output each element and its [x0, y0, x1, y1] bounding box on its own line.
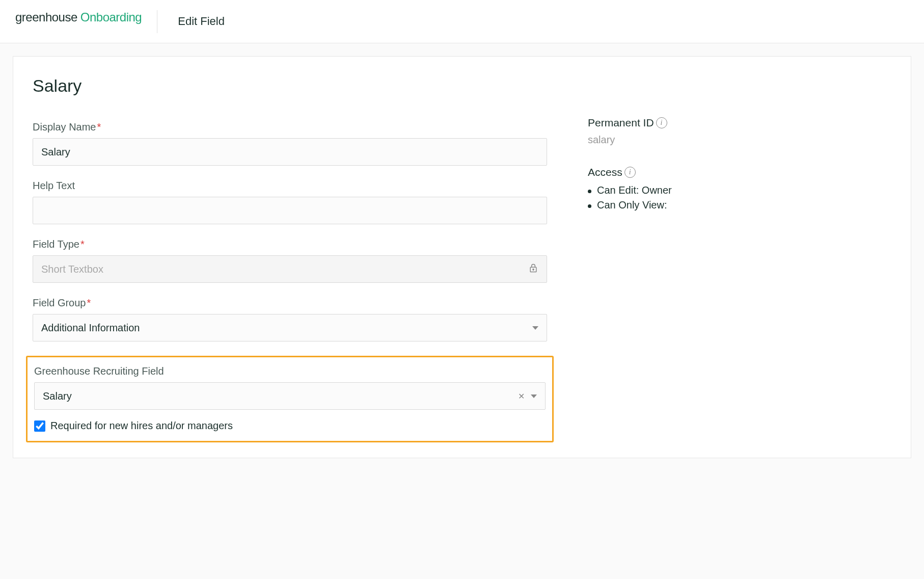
- access-heading: Access i: [588, 166, 720, 178]
- main-column: Salary Display Name* Help Text Field Typ…: [33, 76, 547, 442]
- recruiting-field-value: Salary: [43, 390, 72, 402]
- field-group-select[interactable]: Additional Information: [33, 314, 547, 341]
- required-indicator: *: [80, 239, 85, 250]
- field-group-group: Field Group* Additional Information: [33, 297, 547, 341]
- required-checkbox[interactable]: [34, 420, 45, 432]
- info-icon[interactable]: i: [624, 167, 636, 178]
- field-type-value: Short Textbox: [41, 264, 103, 275]
- chevron-down-icon: [532, 326, 538, 330]
- side-column: Permanent ID i salary Access i Can Edit:…: [588, 76, 720, 442]
- permanent-id-heading: Permanent ID i: [588, 117, 720, 129]
- recruiting-field-group: Greenhouse Recruiting Field Salary ✕: [33, 365, 547, 410]
- required-indicator: *: [97, 121, 101, 133]
- access-can-view: Can Only View:: [588, 199, 720, 211]
- page-title: Salary: [33, 76, 547, 96]
- chevron-down-icon: [531, 394, 537, 398]
- edit-field-card: Salary Display Name* Help Text Field Typ…: [13, 56, 911, 458]
- recruiting-field-label: Greenhouse Recruiting Field: [34, 365, 546, 377]
- help-text-input[interactable]: [33, 197, 547, 224]
- field-type-group: Field Type* Short Textbox: [33, 239, 547, 283]
- field-group-label: Field Group*: [33, 297, 547, 309]
- highlighted-section: Greenhouse Recruiting Field Salary ✕: [26, 356, 554, 442]
- required-checkbox-row: Required for new hires and/or managers: [33, 420, 547, 432]
- info-icon[interactable]: i: [656, 117, 667, 128]
- field-type-select: Short Textbox: [33, 255, 547, 283]
- help-text-group: Help Text: [33, 180, 547, 224]
- lock-icon: [528, 262, 538, 276]
- logo[interactable]: greenhouse Onboarding: [15, 10, 157, 33]
- access-can-edit: Can Edit: Owner: [588, 185, 720, 196]
- logo-greenhouse-text: greenhouse: [15, 10, 77, 24]
- recruiting-field-select[interactable]: Salary ✕: [34, 382, 546, 410]
- display-name-input[interactable]: [33, 138, 547, 166]
- clear-icon[interactable]: ✕: [516, 391, 527, 401]
- required-checkbox-label[interactable]: Required for new hires and/or managers: [50, 420, 233, 432]
- permanent-id-value: salary: [588, 134, 720, 146]
- display-name-group: Display Name*: [33, 121, 547, 166]
- breadcrumb: Edit Field: [157, 15, 225, 28]
- access-list: Can Edit: Owner Can Only View:: [588, 185, 720, 211]
- field-type-label: Field Type*: [33, 239, 547, 250]
- logo-onboarding-text: Onboarding: [80, 10, 142, 24]
- page-container: Salary Display Name* Help Text Field Typ…: [0, 43, 924, 458]
- help-text-label: Help Text: [33, 180, 547, 192]
- field-group-value: Additional Information: [41, 322, 140, 334]
- required-indicator: *: [87, 297, 91, 308]
- display-name-label: Display Name*: [33, 121, 547, 133]
- app-header: greenhouse Onboarding Edit Field: [0, 0, 924, 43]
